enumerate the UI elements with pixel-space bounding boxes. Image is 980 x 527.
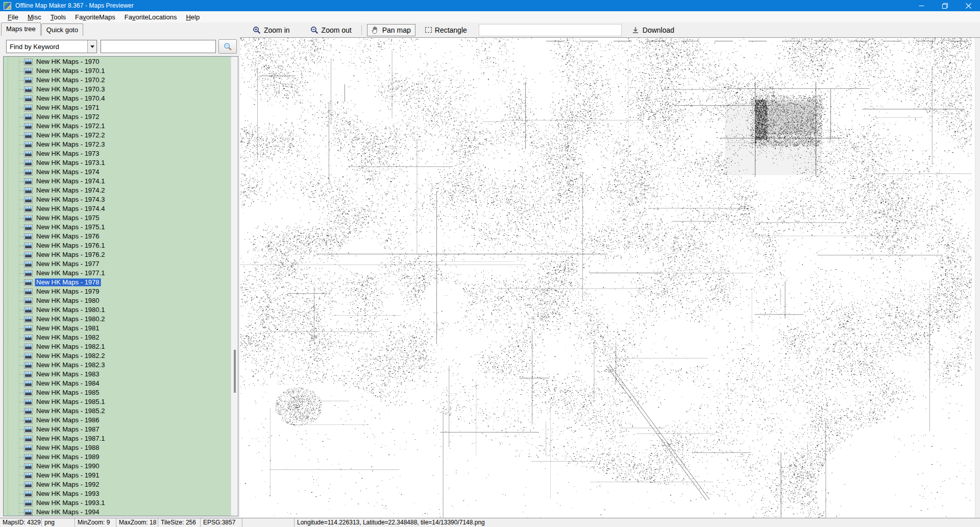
menu-item-favoritemaps[interactable]: FavoriteMaps	[70, 12, 120, 22]
zoom-out-button[interactable]: Zoom out	[306, 24, 356, 36]
tree-item[interactable]: New HK Maps - 1976.2	[4, 250, 230, 259]
tree-item[interactable]: New HK Maps - 1980.2	[4, 315, 230, 324]
tree-item[interactable]: New HK Maps - 1976	[4, 232, 230, 241]
tree-item[interactable]: New HK Maps - 1993	[4, 489, 230, 498]
download-button[interactable]: Download	[627, 24, 679, 36]
hand-pan-icon	[372, 26, 379, 34]
tree-item-label: New HK Maps - 1984	[35, 379, 101, 388]
status-min-zoom: MinZoom: 9	[75, 518, 116, 527]
tree-item[interactable]: New HK Maps - 1978	[4, 278, 230, 287]
tree-item[interactable]: New HK Maps - 1970	[4, 57, 230, 66]
tree-item[interactable]: New HK Maps - 1974.4	[4, 204, 230, 213]
map-scrollbar-track[interactable]	[975, 38, 980, 518]
coordinate-input[interactable]	[479, 24, 622, 36]
map-thumbnail-icon	[24, 105, 33, 111]
map-thumbnail-icon	[24, 445, 33, 451]
search-input[interactable]	[101, 40, 216, 53]
combo-dropdown-button[interactable]	[87, 40, 96, 53]
tree-item[interactable]: New HK Maps - 1985	[4, 388, 230, 397]
tree-item[interactable]: New HK Maps - 1992	[4, 480, 230, 489]
tree-item-label: New HK Maps - 1993	[35, 490, 101, 498]
tree-item[interactable]: New HK Maps - 1982.1	[4, 342, 230, 351]
tree-item[interactable]: New HK Maps - 1977.1	[4, 269, 230, 278]
tree-item[interactable]: New HK Maps - 1974.1	[4, 177, 230, 186]
tree-item[interactable]: New HK Maps - 1972.2	[4, 131, 230, 140]
tree-scrollbar[interactable]	[231, 57, 238, 516]
rectangle-select-button[interactable]: Rectangle	[421, 24, 472, 36]
map-thumbnail-icon	[24, 215, 33, 222]
tree-item[interactable]: New HK Maps - 1972	[4, 112, 230, 122]
restore-button[interactable]	[933, 0, 957, 11]
tree-scrollbar-thumb[interactable]	[234, 350, 236, 393]
tree-item[interactable]: New HK Maps - 1994	[4, 508, 230, 516]
tree-branch-line	[19, 282, 24, 283]
tree-item[interactable]: New HK Maps - 1977	[4, 259, 230, 269]
tree-item[interactable]: New HK Maps - 1972.3	[4, 140, 230, 149]
tree-item[interactable]: New HK Maps - 1970.1	[4, 66, 230, 76]
tree-item[interactable]: New HK Maps - 1988	[4, 443, 230, 452]
tree-item[interactable]: New HK Maps - 1986	[4, 416, 230, 425]
tree-item[interactable]: New HK Maps - 1987	[4, 425, 230, 434]
app-icon	[4, 2, 11, 10]
map-thumbnail-icon	[24, 390, 33, 396]
tree-item[interactable]: New HK Maps - 1989	[4, 452, 230, 462]
tree-item[interactable]: New HK Maps - 1983	[4, 370, 230, 379]
menu-item-help[interactable]: Help	[181, 12, 204, 22]
tree-item-label: New HK Maps - 1982.2	[35, 352, 106, 360]
map-viewport[interactable]	[240, 37, 980, 518]
tree-branch-line	[19, 181, 24, 182]
tree-branch-line	[19, 420, 24, 421]
zoom-in-button[interactable]: Zoom in	[248, 24, 295, 36]
minimize-button[interactable]	[910, 0, 933, 11]
tree-item[interactable]: New HK Maps - 1970.2	[4, 76, 230, 85]
main-area: Maps tree Quick goto Find by Keyword New…	[0, 22, 980, 518]
tree-item[interactable]: New HK Maps - 1993.1	[4, 498, 230, 508]
tree-item-label: New HK Maps - 1983	[35, 370, 101, 378]
map-canvas[interactable]	[240, 38, 972, 518]
pan-map-button[interactable]: Pan map	[367, 24, 415, 36]
close-icon	[966, 3, 971, 9]
search-button[interactable]	[218, 39, 237, 54]
tree-item[interactable]: New HK Maps - 1987.1	[4, 434, 230, 443]
tree-item[interactable]: New HK Maps - 1975.1	[4, 223, 230, 232]
tree-item[interactable]: New HK Maps - 1975	[4, 213, 230, 223]
tree-item[interactable]: New HK Maps - 1973.1	[4, 158, 230, 167]
tree-item[interactable]: New HK Maps - 1982.2	[4, 351, 230, 361]
tree-branch-line	[19, 466, 24, 467]
tree-item[interactable]: New HK Maps - 1985.2	[4, 406, 230, 416]
find-mode-select[interactable]: Find by Keyword	[6, 40, 97, 53]
tree-item[interactable]: New HK Maps - 1980	[4, 296, 230, 305]
menu-item-misc[interactable]: Misc	[23, 12, 46, 22]
menu-item-file[interactable]: File	[3, 12, 23, 22]
tree-item[interactable]: New HK Maps - 1974	[4, 167, 230, 177]
tree-item[interactable]: New HK Maps - 1970.3	[4, 85, 230, 94]
tree-item[interactable]: New HK Maps - 1980.1	[4, 305, 230, 315]
tree-item[interactable]: New HK Maps - 1976.1	[4, 241, 230, 250]
tree-item[interactable]: New HK Maps - 1982	[4, 333, 230, 342]
tree-item[interactable]: New HK Maps - 1990	[4, 462, 230, 471]
tab-maps-tree[interactable]: Maps tree	[1, 22, 41, 36]
tree-branch-line	[19, 374, 24, 375]
tree-item[interactable]: New HK Maps - 1985.1	[4, 397, 230, 406]
close-button[interactable]	[957, 0, 980, 11]
map-thumbnail-icon	[24, 86, 33, 93]
tree-item[interactable]: New HK Maps - 1971	[4, 103, 230, 112]
tree-item-label: New HK Maps - 1976.1	[35, 242, 106, 250]
tree-item[interactable]: New HK Maps - 1982.3	[4, 361, 230, 370]
menu-item-favoritelocations[interactable]: FavoriteLocations	[120, 12, 182, 22]
tree-item[interactable]: New HK Maps - 1974.2	[4, 186, 230, 195]
tree-item[interactable]: New HK Maps - 1979	[4, 287, 230, 296]
tree-item[interactable]: New HK Maps - 1973	[4, 149, 230, 158]
tree-item[interactable]: New HK Maps - 1991	[4, 471, 230, 480]
tree-item[interactable]: New HK Maps - 1974.3	[4, 195, 230, 204]
tree-item[interactable]: New HK Maps - 1970.4	[4, 94, 230, 103]
menu-bar: FileMiscToolsFavoriteMapsFavoriteLocatio…	[0, 11, 980, 22]
tab-quick-goto[interactable]: Quick goto	[41, 23, 83, 36]
tree-item[interactable]: New HK Maps - 1972.1	[4, 122, 230, 131]
tree-branch-line	[19, 172, 24, 173]
tree-item[interactable]: New HK Maps - 1984	[4, 379, 230, 388]
tree-item[interactable]: New HK Maps - 1981	[4, 324, 230, 333]
tree-branch-line	[19, 117, 24, 117]
tree-item-label: New HK Maps - 1970.2	[35, 76, 106, 84]
menu-item-tools[interactable]: Tools	[46, 12, 70, 22]
